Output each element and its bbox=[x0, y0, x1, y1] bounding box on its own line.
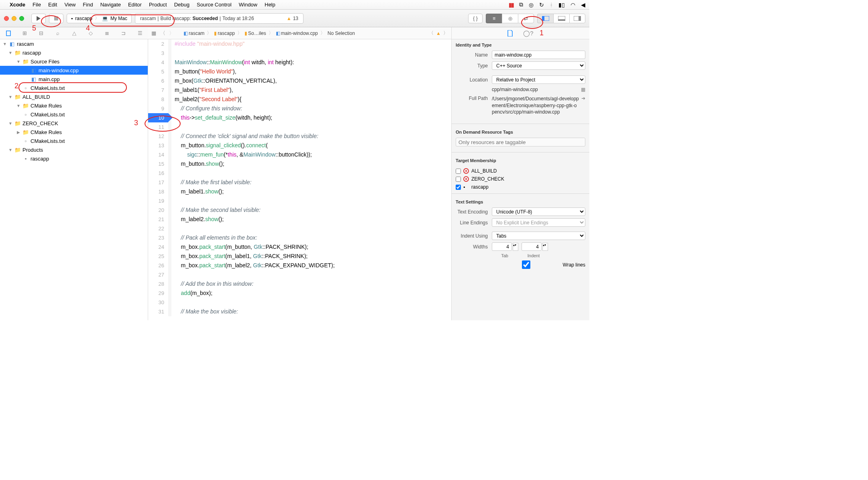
issue-navigator-tab[interactable]: △ bbox=[70, 29, 79, 38]
line-number[interactable]: 19 bbox=[148, 196, 168, 205]
disclosure-triangle-icon[interactable]: ▼ bbox=[8, 148, 13, 152]
minimize-window-button[interactable] bbox=[12, 16, 16, 21]
code-line[interactable] bbox=[171, 169, 176, 178]
nav-item[interactable]: ▼📁ZERO_CHECK bbox=[0, 119, 148, 128]
code-line[interactable]: m_button("Hello World"), bbox=[171, 67, 236, 76]
bluetooth-icon[interactable]: ᚼ bbox=[550, 2, 553, 8]
breakpoint-navigator-tab[interactable]: ⊐ bbox=[119, 29, 128, 38]
disclosure-triangle-icon[interactable]: ▶ bbox=[16, 130, 21, 134]
nav-project-root[interactable]: ▼ ◧ rascam bbox=[0, 39, 148, 48]
standard-editor-button[interactable]: ≡ bbox=[486, 14, 502, 23]
find-navigator-tab[interactable]: ⌕ bbox=[53, 29, 62, 38]
code-line[interactable] bbox=[171, 122, 176, 132]
crumb-selection[interactable]: No Selection bbox=[328, 31, 355, 36]
line-number[interactable]: 16 bbox=[148, 169, 168, 178]
code-line[interactable]: m_box.pack_start(m_label2, Gtk::PACK_EXP… bbox=[171, 261, 335, 270]
line-number[interactable]: 31 bbox=[148, 307, 168, 316]
line-number[interactable]: 25 bbox=[148, 252, 168, 261]
code-line[interactable] bbox=[171, 270, 176, 279]
code-line[interactable]: // Connect the 'click' signal and make t… bbox=[171, 132, 318, 141]
crumb-group[interactable]: ▮ So…iles bbox=[245, 31, 266, 36]
code-line[interactable]: m_label2("Second Label"){ bbox=[171, 95, 241, 104]
line-number[interactable]: 5 bbox=[148, 67, 168, 76]
code-line[interactable]: #include "main-window.hpp" bbox=[171, 39, 245, 49]
zoom-window-button[interactable] bbox=[19, 16, 24, 21]
crumb-target[interactable]: ▮ rascapp bbox=[214, 31, 235, 36]
nav-item[interactable]: ▼📁rascapp bbox=[0, 48, 148, 57]
debug-navigator-tab[interactable]: ≣ bbox=[103, 29, 112, 38]
line-number[interactable]: 30 bbox=[148, 298, 168, 307]
indent-width-input[interactable] bbox=[522, 242, 542, 251]
stepper-buttons[interactable]: ▴▾ bbox=[513, 243, 518, 251]
target-membership-row[interactable]: ALL_BUILD bbox=[452, 167, 589, 175]
disclosure-triangle-icon[interactable]: ▼ bbox=[2, 42, 7, 46]
version-editor-button[interactable]: ⇄ bbox=[518, 14, 534, 23]
pause-icon[interactable]: ▮▮ bbox=[509, 2, 513, 8]
line-endings-select[interactable]: No Explicit Line Endings bbox=[492, 218, 585, 227]
scheme-selector[interactable]: ▪ rascapp 〉 💻 My Mac bbox=[67, 14, 132, 23]
line-number[interactable]: 27 bbox=[148, 270, 168, 279]
indent-using-select[interactable]: Tabs bbox=[492, 232, 585, 240]
breakpoint-line-number[interactable]: 10 bbox=[148, 113, 168, 122]
line-number[interactable]: 15 bbox=[148, 159, 168, 169]
menu-source-control[interactable]: Source Control bbox=[197, 2, 232, 8]
toggle-debug-area-button[interactable] bbox=[553, 14, 569, 23]
disclosure-triangle-icon[interactable]: ▼ bbox=[8, 51, 13, 55]
sync-icon[interactable]: ◎ bbox=[529, 2, 534, 8]
quickhelp-inspector-tab[interactable]: ◯? bbox=[523, 30, 533, 37]
membership-checkbox[interactable] bbox=[456, 185, 461, 190]
project-navigator[interactable]: ▼ ◧ rascam ▼📁rascapp▼📁Source Files◧main-… bbox=[0, 39, 148, 320]
app-name[interactable]: Xcode bbox=[10, 2, 25, 8]
code-review-button[interactable]: { } bbox=[468, 14, 483, 23]
line-number[interactable]: 26 bbox=[148, 261, 168, 270]
crumb-project[interactable]: ◧ rascam bbox=[183, 31, 204, 36]
nav-item[interactable]: ▫CMakeLists.txt bbox=[0, 136, 148, 145]
file-inspector-tab[interactable] bbox=[507, 30, 513, 37]
line-number[interactable]: 3 bbox=[148, 49, 168, 58]
file-type-select[interactable]: C++ Source bbox=[492, 61, 585, 70]
issue-icon[interactable]: ▲ bbox=[436, 31, 441, 36]
code-line[interactable]: m_button.signal_clicked().connect( bbox=[171, 141, 268, 150]
nav-item[interactable]: ▼📁CMake Rules bbox=[0, 101, 148, 110]
prev-issue-button[interactable]: 〈 bbox=[429, 30, 434, 37]
project-navigator-tab[interactable] bbox=[4, 29, 13, 38]
line-number[interactable]: 28 bbox=[148, 279, 168, 289]
stop-button[interactable] bbox=[49, 14, 63, 23]
file-name-input[interactable] bbox=[492, 51, 585, 59]
code-line[interactable]: // Make the first label visible: bbox=[171, 178, 251, 187]
line-number[interactable]: 24 bbox=[148, 242, 168, 252]
line-number[interactable]: 18 bbox=[148, 187, 168, 196]
code-line[interactable]: add(m_box); bbox=[171, 289, 212, 298]
next-issue-button[interactable]: 〉 bbox=[443, 30, 448, 37]
line-number[interactable]: 2 bbox=[148, 39, 168, 49]
code-line[interactable]: m_label2.show(); bbox=[171, 215, 224, 224]
menu-navigate[interactable]: Navigate bbox=[100, 2, 121, 8]
nav-item[interactable]: ◧main-window.cpp bbox=[0, 66, 148, 75]
wrap-lines-checkbox[interactable] bbox=[492, 260, 560, 269]
back-button[interactable]: 〈 bbox=[160, 30, 167, 37]
source-editor[interactable]: 2#include "main-window.hpp"3 4MainWindow… bbox=[148, 39, 451, 320]
disclosure-triangle-icon[interactable]: ▼ bbox=[8, 121, 13, 126]
forward-button[interactable]: 〉 bbox=[169, 30, 176, 37]
line-number[interactable]: 13 bbox=[148, 141, 168, 150]
menu-help[interactable]: Help bbox=[265, 2, 275, 8]
dropbox-icon[interactable]: ⧉ bbox=[519, 1, 523, 8]
line-number[interactable]: 11 bbox=[148, 122, 168, 132]
wifi-icon[interactable]: ◠ bbox=[571, 2, 575, 8]
run-button[interactable] bbox=[31, 14, 46, 23]
nav-item[interactable]: ▼📁Source Files bbox=[0, 57, 148, 66]
line-number[interactable]: 6 bbox=[148, 76, 168, 85]
nav-item[interactable]: ▶📁CMake Rules bbox=[0, 128, 148, 136]
test-navigator-tab[interactable]: ◇ bbox=[86, 29, 95, 38]
code-line[interactable] bbox=[171, 298, 176, 307]
code-line[interactable]: // Make the second label visible: bbox=[171, 205, 261, 215]
report-navigator-tab[interactable]: ☰ bbox=[136, 29, 145, 38]
choose-path-icon[interactable]: ▦ bbox=[581, 87, 585, 92]
symbol-navigator-tab[interactable]: ⊟ bbox=[37, 29, 46, 38]
tab-width-input[interactable] bbox=[492, 242, 512, 251]
code-line[interactable]: this->set_default_size(witdh, height); bbox=[171, 113, 272, 122]
menu-product[interactable]: Product bbox=[149, 2, 167, 8]
nav-item[interactable]: ▪rascapp bbox=[0, 154, 148, 163]
line-number[interactable]: 7 bbox=[148, 85, 168, 95]
encoding-select[interactable]: Unicode (UTF-8) bbox=[492, 207, 585, 216]
